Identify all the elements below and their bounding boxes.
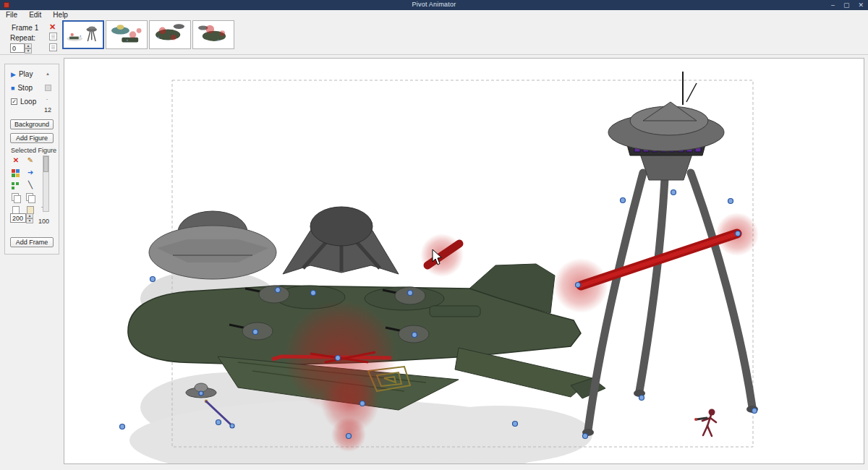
scale-chevron-icon[interactable]: ˇ: [41, 206, 43, 211]
frame-thumbnail-2[interactable]: [106, 20, 148, 49]
menu-edit[interactable]: Edit: [23, 11, 47, 19]
frame-panel: Frame 1 ✕ Repeat: 0 ▲ ▼: [6, 21, 61, 53]
opacity-scrollbar[interactable]: [43, 155, 49, 212]
scale-spinner[interactable]: 200 ▲ ▼: [10, 213, 33, 223]
frame-thumbnail-4[interactable]: [192, 20, 234, 49]
loop-count: 12: [44, 106, 51, 114]
loop-chevron-icon[interactable]: ˇ: [46, 98, 48, 103]
menu-file[interactable]: File: [0, 11, 23, 19]
repeat-up-icon[interactable]: ▲: [25, 43, 32, 48]
animation-canvas[interactable]: [64, 58, 864, 464]
delete-figure-icon[interactable]: ✕: [11, 155, 21, 166]
stick-figure[interactable]: [694, 409, 716, 437]
frame-thumbnail-1[interactable]: [62, 20, 104, 49]
loop-checkbox[interactable]: ✓: [11, 98, 17, 105]
title-bar: Pivot Animator – ▢ ✕: [0, 0, 868, 10]
copy-frame-icon[interactable]: [49, 33, 57, 40]
play-label: Play: [19, 70, 33, 78]
opacity-scroll-thumb[interactable]: [43, 156, 48, 172]
bring-front-icon[interactable]: [11, 192, 21, 202]
joints-icon[interactable]: [11, 180, 21, 190]
speed-box[interactable]: [45, 85, 51, 91]
paste-frame-icon[interactable]: [49, 43, 57, 51]
flip-figure-icon[interactable]: ➜: [25, 168, 35, 178]
window-title: Pivot Animator: [0, 1, 868, 8]
scale-up-icon[interactable]: ▲: [26, 213, 33, 218]
ufo-dark[interactable]: [283, 207, 399, 274]
stop-label: Stop: [17, 84, 33, 92]
repeat-spinner[interactable]: 0 ▲ ▼: [10, 43, 32, 53]
send-back-icon[interactable]: [25, 192, 35, 202]
frame-title: Frame 1: [12, 24, 38, 32]
repeat-value[interactable]: 0: [10, 43, 25, 53]
selected-figure-label: Selected Figure: [11, 147, 56, 154]
toolbar: Frame 1 ✕ Repeat: 0 ▲ ▼: [0, 20, 868, 55]
stop-button[interactable]: ■ Stop: [11, 84, 33, 92]
loop-toggle[interactable]: ✓ Loop: [11, 98, 36, 106]
menu-bar: File Edit Help: [0, 10, 868, 20]
menu-help[interactable]: Help: [47, 11, 74, 19]
color-palette-icon[interactable]: [11, 168, 21, 178]
repeat-label: Repeat:: [10, 34, 35, 42]
minimize-button[interactable]: –: [831, 0, 835, 10]
delete-frame-icon[interactable]: ✕: [49, 22, 56, 32]
frame-thumbnail-3[interactable]: [149, 20, 191, 49]
ufo-grey[interactable]: [149, 211, 276, 279]
playback-panel: ▶ Play ▲ ■ Stop ✓ Loop ˇ 12 Background A…: [4, 64, 59, 255]
add-figure-button[interactable]: Add Figure: [10, 133, 54, 143]
close-button[interactable]: ✕: [858, 0, 864, 10]
loop-label: Loop: [20, 98, 36, 106]
canvas-scene: [64, 59, 864, 463]
opacity-value: 100: [38, 218, 49, 225]
add-frame-button[interactable]: Add Frame: [10, 237, 54, 247]
background-button[interactable]: Background: [10, 119, 54, 129]
scale-value[interactable]: 200: [10, 213, 26, 223]
speed-up-icon[interactable]: ▲: [46, 72, 50, 76]
maximize-button[interactable]: ▢: [843, 0, 850, 10]
scale-down-icon[interactable]: ▼: [26, 218, 33, 223]
play-button[interactable]: ▶ Play: [11, 70, 33, 78]
stop-icon: ■: [11, 85, 14, 92]
play-icon: ▶: [11, 71, 16, 78]
edit-figure-icon[interactable]: ✎: [25, 155, 35, 166]
repeat-down-icon[interactable]: ▼: [25, 48, 32, 54]
frames-strip: [62, 20, 234, 49]
line-tool-icon[interactable]: ╲: [25, 180, 35, 190]
